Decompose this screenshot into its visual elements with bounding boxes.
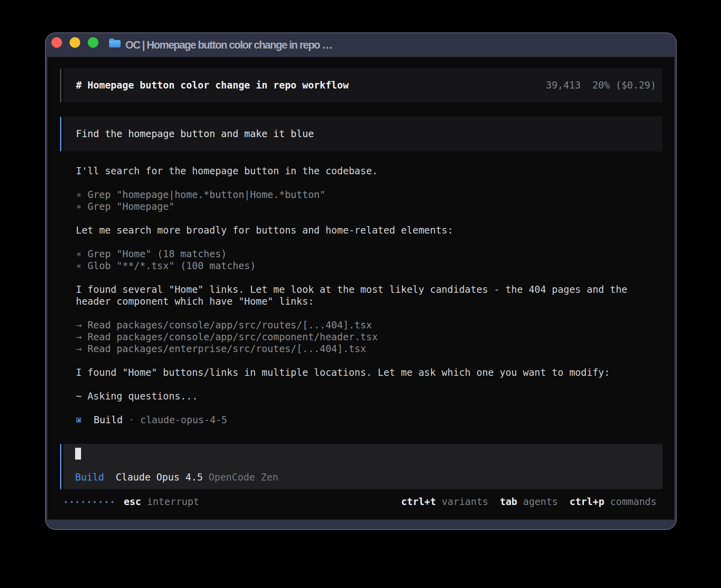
- text-cursor: [75, 448, 81, 460]
- agent-model: claude-opus-4-5: [140, 414, 227, 426]
- tool-call-label: Glob "**/*.tsx" (100 matches): [87, 260, 256, 271]
- tool-bullet-icon: ∗: [76, 248, 87, 260]
- hint-interrupt-label: interrupt: [147, 496, 199, 507]
- spinner-dot: [111, 501, 113, 503]
- transcript-line: [60, 402, 662, 414]
- transcript-line: ∗ Grep "homepage|home.*button|Home.*butt…: [60, 189, 662, 201]
- agent-separator: ·: [123, 414, 140, 426]
- read-arrow-icon: →: [76, 343, 87, 354]
- spinner-dot: [76, 501, 78, 503]
- composer-input[interactable]: [75, 448, 656, 460]
- transcript-line: [60, 177, 662, 189]
- composer-status: Build Claude Opus 4.5 OpenCode Zen: [75, 471, 656, 483]
- transcript-line: ~ Asking questions...: [60, 390, 662, 402]
- close-button[interactable]: [51, 37, 62, 48]
- transcript-line: ∗ Glob "**/*.tsx" (100 matches): [60, 260, 662, 272]
- composer-provider: OpenCode Zen: [209, 471, 278, 483]
- hint-interrupt: esc interrupt: [124, 496, 199, 508]
- spinner-dot: [82, 501, 84, 503]
- hint-key: ctrl+p: [570, 496, 604, 507]
- tool-bullet-icon: ∗: [76, 260, 87, 271]
- read-arrow-icon: →: [76, 331, 87, 343]
- agent-name: Build: [94, 414, 123, 426]
- transcript-line: ∗ Grep "Home" (18 matches): [60, 248, 662, 260]
- composer[interactable]: Build Claude Opus 4.5 OpenCode Zen: [60, 444, 662, 489]
- hint-label: commands: [604, 496, 657, 507]
- tool-bullet-icon: ∗: [76, 201, 87, 212]
- folder-icon: [108, 37, 121, 48]
- session-header: # Homepage button color change in repo w…: [60, 68, 662, 102]
- agent-build-icon: [76, 418, 81, 422]
- transcript-line: ∗ Grep "Homepage": [60, 201, 662, 213]
- assistant-transcript: I'll search for the homepage button in t…: [60, 165, 662, 426]
- zoom-button[interactable]: [88, 37, 98, 48]
- transcript-line: [60, 379, 662, 390]
- transcript-line: [60, 213, 662, 224]
- transcript-line: [60, 355, 662, 367]
- spinner-dot: [71, 501, 73, 503]
- titlebar[interactable]: OC | Homepage button color change in rep…: [46, 33, 676, 57]
- tool-call-label: Read packages/enterprise/src/routes/[...…: [87, 343, 366, 354]
- transcript-line: header component which have "Home" links…: [60, 296, 662, 307]
- transcript-line: [60, 236, 662, 248]
- tool-bullet-icon: ∗: [76, 189, 87, 200]
- session-title: # Homepage button color change in repo w…: [76, 79, 349, 91]
- hints-right: ctrl+t variants tab agents ctrl+p comman…: [401, 496, 657, 508]
- spinner-dot: [100, 501, 102, 503]
- transcript-line: I found "Home" buttons/links in multiple…: [60, 367, 662, 379]
- transcript-line: → Read packages/enterprise/src/routes/[.…: [60, 343, 662, 355]
- user-message: Find the homepage button and make it blu…: [60, 117, 662, 151]
- spinner-dot: [88, 501, 90, 503]
- session-header-border: [60, 68, 61, 102]
- spinner-dot: [94, 501, 96, 503]
- user-message-text: Find the homepage button and make it blu…: [76, 128, 314, 139]
- esc-key: esc: [124, 496, 141, 507]
- composer-agent[interactable]: Build: [75, 471, 104, 483]
- transcript-line: → Read packages/console/app/src/componen…: [60, 331, 662, 343]
- transcript-line: [60, 272, 662, 284]
- status-bar: esc interrupt ctrl+t variants tab agents…: [60, 496, 662, 508]
- transcript-line: I found several "Home" links. Let me loo…: [60, 284, 662, 296]
- minimize-button[interactable]: [70, 37, 80, 48]
- transcript-line: [60, 307, 662, 319]
- user-message-border: [60, 117, 61, 151]
- terminal-window: OC | Homepage button color change in rep…: [45, 32, 677, 530]
- transcript-line: → Read packages/console/app/src/routes/[…: [60, 319, 662, 331]
- composer-spacer: [75, 460, 656, 471]
- hint-key: tab: [500, 496, 517, 507]
- tool-call-label: Read packages/console/app/src/component/…: [87, 331, 377, 343]
- composer-model[interactable]: Claude Opus 4.5: [116, 471, 203, 483]
- transcript-line: Let me search more broadly for buttons a…: [60, 224, 662, 236]
- hint-label: agents: [517, 496, 558, 507]
- composer-border: [60, 444, 61, 489]
- transcript-line: Build · claude-opus-4-5: [60, 414, 662, 426]
- tool-call-label: Read packages/console/app/src/routes/[..…: [87, 319, 372, 331]
- desktop: OC | Homepage button color change in rep…: [0, 0, 721, 588]
- window-title: OC | Homepage button color change in rep…: [125, 37, 332, 53]
- tool-call-label: Grep "Homepage": [87, 201, 174, 212]
- read-arrow-icon: →: [76, 319, 87, 331]
- hint-key: ctrl+t: [401, 496, 436, 507]
- tool-call-label: Grep "homepage|home.*button|Home.*button…: [87, 189, 325, 200]
- terminal-content: # Homepage button color change in repo w…: [47, 57, 674, 520]
- tool-call-label: Grep "Home" (18 matches): [87, 248, 226, 260]
- session-stats: 39,413 20% ($0.29): [546, 79, 656, 91]
- transcript-line: I'll search for the homepage button in t…: [60, 165, 662, 177]
- spinner-dot: [65, 501, 67, 503]
- spinner-dots: [65, 496, 113, 508]
- spinner-dot: [106, 501, 108, 503]
- hint-label: variants: [436, 496, 488, 507]
